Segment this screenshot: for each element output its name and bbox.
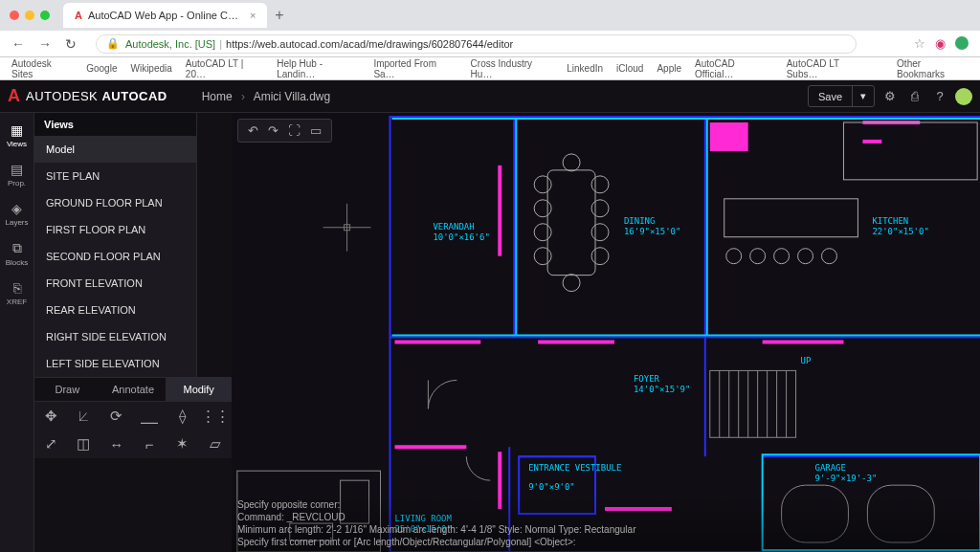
label-verandah: VERANDAH xyxy=(433,222,474,232)
rail-properties[interactable]: ▤Prop. xyxy=(1,158,33,191)
back-button[interactable]: ← xyxy=(11,36,25,52)
mode-draw[interactable]: Draw xyxy=(34,378,100,401)
svg-point-29 xyxy=(534,224,551,241)
rail-layers[interactable]: ◈Layers xyxy=(1,197,33,231)
breadcrumb-file[interactable]: Amici Villa.dwg xyxy=(254,90,330,103)
label-up: UP xyxy=(801,356,812,365)
bookmark-item[interactable]: Cross Industry Hu… xyxy=(471,58,554,79)
reload-button[interactable]: ↻ xyxy=(65,36,77,52)
bookmark-item[interactable]: Wikipedia xyxy=(130,63,171,74)
svg-point-30 xyxy=(534,248,551,265)
bookmark-item[interactable]: Help Hub - Landin… xyxy=(277,58,360,79)
svg-point-33 xyxy=(591,224,609,241)
rail-views[interactable]: ▦Views xyxy=(1,119,33,152)
minimize-window-button[interactable] xyxy=(25,11,34,20)
svg-point-34 xyxy=(591,248,609,265)
breadcrumb-home[interactable]: Home xyxy=(202,90,233,103)
user-avatar[interactable] xyxy=(955,88,972,105)
save-button[interactable]: Save▾ xyxy=(808,85,875,107)
svg-point-41 xyxy=(798,249,813,264)
bookmark-item[interactable]: Google xyxy=(86,63,117,74)
maximize-window-button[interactable] xyxy=(40,11,50,20)
tab-title: AutoCAD Web App - Online C… xyxy=(88,10,238,21)
svg-point-32 xyxy=(591,200,609,217)
rail-blocks[interactable]: ⧉Blocks xyxy=(1,236,33,271)
svg-point-40 xyxy=(774,249,790,264)
tool-offset[interactable]: ◫ xyxy=(67,431,100,459)
view-item-model[interactable]: Model xyxy=(34,136,196,163)
autocad-a-icon: A xyxy=(8,86,20,106)
autocad-app: A AUTODESK AUTOCAD Home › Amici Villa.dw… xyxy=(0,80,980,552)
profile-icon[interactable] xyxy=(955,36,969,50)
view-item[interactable]: SITE PLAN xyxy=(34,163,196,189)
svg-point-28 xyxy=(534,200,551,217)
svg-point-35 xyxy=(563,154,580,171)
view-item[interactable]: RIGHT SIDE ELEVATION xyxy=(34,323,196,350)
forward-button[interactable]: → xyxy=(38,36,52,52)
tool-scale[interactable]: ⤢ xyxy=(34,431,67,459)
lock-icon: 🔒 xyxy=(106,37,120,50)
view-item[interactable]: GROUND FLOOR PLAN xyxy=(34,189,196,216)
svg-text:16'9"×15'0": 16'9"×15'0" xyxy=(624,227,680,236)
label-kitchen: KITCHEN xyxy=(872,216,908,226)
view-item[interactable]: FIRST FLOOR PLAN xyxy=(34,216,196,243)
browser-tab[interactable]: A AutoCAD Web App - Online C… × xyxy=(63,3,267,28)
bookmark-item[interactable]: Apple xyxy=(657,63,681,74)
bookmark-item[interactable]: Imported From Sa… xyxy=(373,58,457,79)
tool-arc[interactable]: ⟀ xyxy=(67,402,100,431)
svg-rect-43 xyxy=(843,122,977,180)
bookmark-item[interactable]: AutoCAD LT Subs… xyxy=(787,58,870,79)
pinterest-icon[interactable]: ◉ xyxy=(935,36,946,51)
bookmark-item[interactable]: AutoCAD LT | 20… xyxy=(186,58,263,79)
svg-point-42 xyxy=(822,249,837,264)
address-bar-row: ← → ↻ 🔒 Autodesk, Inc. [US] | https://we… xyxy=(0,31,980,57)
svg-rect-45 xyxy=(710,370,796,437)
close-window-button[interactable] xyxy=(10,11,19,20)
command-line[interactable]: Specify opposite corner: Command: _REVCL… xyxy=(232,495,980,552)
view-item[interactable]: FRONT ELEVATION xyxy=(34,270,196,297)
view-item[interactable]: LEFT SIDE ELEVATION xyxy=(34,350,196,377)
view-item[interactable]: REAR ELEVATION xyxy=(34,297,196,323)
svg-text:9'0"×9'0": 9'0"×9'0" xyxy=(528,482,575,492)
bookmark-item[interactable]: iCloud xyxy=(616,63,643,74)
label-dining: DINING xyxy=(624,216,655,226)
tool-trim[interactable]: ⎯⎯ xyxy=(133,402,166,431)
tool-rotate[interactable]: ⟳ xyxy=(100,402,133,431)
svg-text:22'0"×15'0": 22'0"×15'0" xyxy=(872,227,928,236)
window-controls xyxy=(10,11,50,20)
bookmark-item[interactable]: LinkedIn xyxy=(567,63,603,74)
save-caret-icon[interactable]: ▾ xyxy=(852,86,874,106)
tool-array[interactable]: ⋮⋮ xyxy=(199,402,232,431)
url-identity: Autodesk, Inc. [US] xyxy=(125,38,215,50)
star-icon[interactable]: ☆ xyxy=(914,36,925,51)
label-garage: GARAGE xyxy=(815,463,846,473)
tool-mirror[interactable]: ⟠ xyxy=(166,402,198,431)
settings-icon[interactable]: ⚙ xyxy=(880,87,900,106)
new-tab-button[interactable]: + xyxy=(275,7,283,24)
svg-point-39 xyxy=(750,249,766,264)
bookmark-item[interactable]: AutoCAD Official… xyxy=(695,58,773,79)
tool-fillet[interactable]: ⌐ xyxy=(133,431,166,459)
floorplan-svg: VERANDAH 10'0"×16'6" DINING 16'9"×15'0" … xyxy=(232,113,980,552)
browser-tabstrip: A AutoCAD Web App - Online C… × + xyxy=(0,0,980,31)
address-bar[interactable]: 🔒 Autodesk, Inc. [US] | https://web.auto… xyxy=(96,34,857,54)
svg-rect-37 xyxy=(724,199,858,237)
tool-move[interactable]: ✥ xyxy=(34,402,67,431)
view-item[interactable]: SECOND FLOOR PLAN xyxy=(34,243,196,270)
tool-erase[interactable]: ▱ xyxy=(199,431,232,459)
bookmark-item[interactable]: Autodesk Sites xyxy=(11,58,73,79)
rail-xref[interactable]: ⎘XREF xyxy=(1,276,33,310)
tool-explode[interactable]: ✶ xyxy=(166,431,198,459)
help-icon[interactable]: ? xyxy=(930,87,949,106)
print-icon[interactable]: ⎙ xyxy=(905,87,924,106)
left-rail: ▦Views ▤Prop. ◈Layers ⧉Blocks ⎘XREF xyxy=(0,113,34,552)
mode-annotate[interactable]: Annotate xyxy=(100,378,167,401)
drawing-canvas[interactable]: ↶ ↷ ⛶ ▭ xyxy=(232,113,980,552)
mode-tabs: Draw Annotate Modify xyxy=(34,377,232,401)
mode-modify[interactable]: Modify xyxy=(166,378,232,401)
other-bookmarks[interactable]: Other Bookmarks xyxy=(897,58,969,79)
close-tab-icon[interactable]: × xyxy=(250,10,256,21)
svg-point-38 xyxy=(726,249,742,264)
svg-point-27 xyxy=(534,176,551,193)
tool-stretch[interactable]: ↔ xyxy=(100,431,133,459)
